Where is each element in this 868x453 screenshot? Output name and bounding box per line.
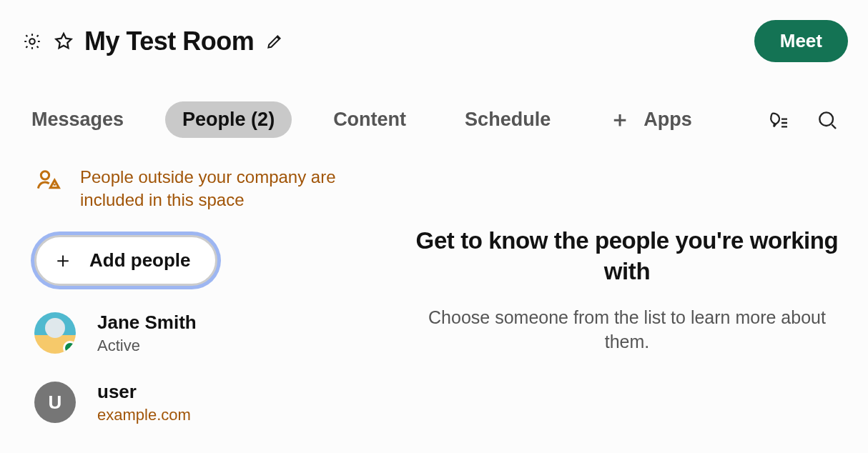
tab-people[interactable]: People (2): [165, 101, 292, 138]
person-name: Jane Smith: [97, 312, 197, 334]
room-title: My Test Room: [84, 26, 254, 56]
tab-apps-label: Apps: [643, 109, 692, 131]
favorite-star-icon[interactable]: [53, 31, 74, 52]
room-header: My Test Room Meet: [0, 0, 868, 62]
edit-pencil-icon[interactable]: [264, 31, 285, 52]
tab-messages[interactable]: Messages: [31, 101, 141, 138]
avatar: U: [34, 382, 76, 423]
search-icon[interactable]: [815, 108, 839, 132]
settings-gear-icon[interactable]: [21, 31, 43, 52]
person-info: user example.com: [97, 381, 191, 424]
person-row-user[interactable]: U user example.com: [34, 381, 386, 424]
tab-schedule[interactable]: Schedule: [448, 101, 568, 138]
person-row-jane[interactable]: Jane Smith Active: [34, 312, 386, 355]
plus-icon: ＋: [52, 246, 74, 275]
add-people-button[interactable]: ＋ Add people: [34, 235, 217, 286]
tab-content[interactable]: Content: [316, 101, 423, 138]
empty-state-title: Get to know the people you're working wi…: [415, 226, 839, 287]
svg-point-1: [819, 112, 833, 126]
meet-button[interactable]: Meet: [754, 20, 848, 62]
empty-state-subtitle: Choose someone from the list to learn mo…: [415, 306, 839, 354]
add-people-label: Add people: [89, 249, 191, 272]
person-domain: example.com: [97, 406, 191, 424]
external-people-warning: People outside your company are included…: [34, 166, 386, 212]
room-header-left: My Test Room: [21, 26, 754, 56]
tab-apps[interactable]: ＋ Apps: [592, 98, 709, 141]
svg-point-0: [29, 39, 34, 44]
person-info: Jane Smith Active: [97, 312, 197, 355]
tabs-row: Messages People (2) Content Schedule ＋ A…: [0, 62, 868, 141]
content-area: People outside your company are included…: [0, 141, 868, 424]
plus-icon: ＋: [609, 105, 631, 134]
tab-icons-right: [766, 108, 839, 132]
external-warning-icon: [34, 166, 63, 197]
external-warning-text: People outside your company are included…: [80, 166, 372, 212]
people-left-column: People outside your company are included…: [0, 141, 386, 424]
avatar-initial: U: [49, 392, 62, 414]
person-name: user: [97, 381, 191, 403]
svg-point-2: [41, 171, 49, 179]
presence-active-icon: [63, 341, 76, 354]
avatar: [34, 312, 76, 354]
filter-conversations-icon[interactable]: [766, 108, 791, 132]
person-status: Active: [97, 337, 197, 355]
people-detail-empty: Get to know the people you're working wi…: [386, 141, 868, 424]
